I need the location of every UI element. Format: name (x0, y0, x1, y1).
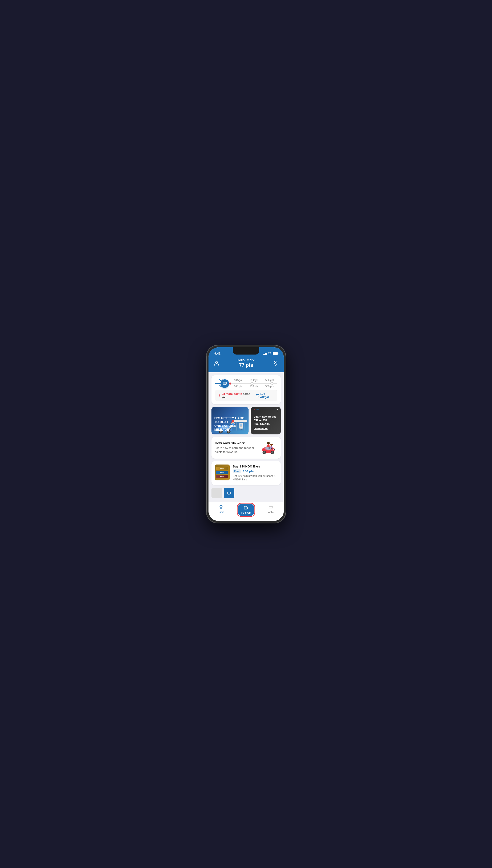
progress-track (215, 383, 277, 384)
svg-rect-52 (272, 448, 272, 449)
wallet-nav-label: Wallet (268, 511, 274, 513)
notch (232, 347, 260, 354)
profile-button[interactable] (213, 359, 220, 367)
status-icons (263, 352, 278, 355)
secondary-banner-title: Learn how to get55¢ or 45¢Fuel Credits (254, 415, 277, 426)
rewards-card-content: How rewards work Learn how to earn and r… (215, 440, 277, 455)
milestone-dot-2 (250, 382, 253, 385)
svg-rect-57 (269, 506, 273, 509)
banner-line1: IT'S PRETTY HARD TO BEAT (215, 416, 246, 424)
header-greeting: Hello, Mark! (220, 358, 272, 362)
home-nav-label: Home (218, 511, 224, 513)
active-milestone-dot (221, 379, 229, 388)
signal-icon (263, 352, 267, 355)
promo-title: Buy 1 KIND® Bars (232, 465, 277, 468)
svg-rect-4 (256, 394, 259, 396)
banner-line2: UNBEATABLE MILEAGE (215, 424, 246, 431)
svg-point-58 (272, 507, 272, 508)
battery-icon (273, 352, 278, 355)
current-pts-dot (229, 382, 231, 385)
promo-content: Buy 1 KIND® Bars Earn 100 pts Get 100 po… (232, 465, 277, 482)
chevron-icon (276, 408, 279, 413)
svg-point-41 (267, 442, 270, 444)
learn-more-link[interactable]: Learn more (254, 427, 277, 430)
svg-rect-50 (271, 446, 272, 448)
points-progress-card: 5¢/gal 10¢/gal 25¢/gal 50¢/gal (212, 375, 281, 404)
earn-more-reward: 10¢ off/gal (256, 392, 274, 399)
status-time: 9:41 (215, 352, 221, 355)
wallet-icon (268, 504, 274, 510)
kind-bars-image: KIND KIND KIND (215, 465, 230, 480)
banner-row: IT'S PRETTY HARD TO BEAT UNBEATABLE MILE… (212, 407, 281, 435)
promo-card-content: KIND KIND KIND Buy 1 KIND® Bars Earn 100… (215, 465, 277, 482)
svg-point-48 (270, 444, 271, 445)
home-icon (218, 504, 224, 510)
rewards-title: How rewards work (215, 441, 258, 445)
banner-main-text: IT'S PRETTY HARD TO BEAT UNBEATABLE MILE… (212, 413, 249, 435)
earn-pts-value: 100 pts (243, 469, 254, 473)
chevron-brand-icon (253, 409, 259, 410)
fuel-up-button[interactable]: Fuel Up (238, 504, 254, 516)
svg-rect-53 (227, 492, 230, 494)
svg-point-38 (271, 451, 273, 453)
rewards-illustration (261, 440, 277, 455)
rewards-text: How rewards work Learn how to earn and r… (215, 441, 258, 454)
rewards-description: Learn how to earn and redeem points for … (215, 446, 258, 454)
svg-point-56 (247, 508, 248, 509)
svg-point-3 (224, 383, 224, 383)
fuel-icon (244, 505, 248, 511)
earn-badge: Earn (232, 469, 241, 473)
app-header: Hello, Mark! 77 pts (208, 357, 284, 372)
secondary-banner-content: Learn how to get55¢ or 45¢Fuel Credits L… (254, 415, 277, 430)
svg-point-36 (263, 451, 265, 453)
svg-rect-54 (220, 507, 222, 509)
partial-scroll-hint (212, 488, 281, 499)
svg-rect-42 (267, 444, 270, 447)
nav-fuel-up[interactable]: Fuel Up (233, 504, 259, 516)
milestone-pts-2: 250 pts (246, 385, 262, 388)
milestone-pts-3: 500 pts (262, 385, 277, 388)
svg-rect-44 (269, 445, 270, 445)
secondary-banner[interactable]: Learn how to get55¢ or 45¢Fuel Credits L… (251, 407, 280, 435)
wifi-icon (268, 352, 271, 355)
nav-wallet[interactable]: Wallet (259, 504, 284, 516)
earn-more-banner: ⬆ 23 more points earns you 10¢ off/gal (215, 390, 277, 401)
header-points: 77 pts (220, 362, 272, 368)
svg-rect-51 (271, 448, 272, 449)
milestone-label-1: 10¢/gal (230, 379, 246, 382)
svg-point-49 (272, 444, 273, 445)
svg-point-40 (274, 449, 275, 450)
svg-point-0 (216, 361, 218, 364)
how-rewards-card[interactable]: How rewards work Learn how to earn and r… (212, 437, 281, 458)
nav-home[interactable]: Home (208, 504, 233, 516)
promo-description: Get 100 points when you purchase 1 KIND®… (232, 474, 277, 482)
main-content: 5¢/gal 10¢/gal 25¢/gal 50¢/gal (208, 372, 284, 502)
fuel-up-label: Fuel Up (241, 511, 251, 514)
milestone-pts-1: 100 pts (230, 385, 246, 388)
milestone-label-3: 50¢/gal (262, 379, 277, 382)
main-banner[interactable]: IT'S PRETTY HARD TO BEAT UNBEATABLE MILE… (212, 407, 249, 435)
earn-badge-row: Earn 100 pts (232, 469, 277, 473)
milestone-dot-3 (270, 382, 273, 385)
milestone-label-2: 25¢/gal (246, 379, 262, 382)
kind-bars-promo-card[interactable]: KIND KIND KIND Buy 1 KIND® Bars Earn 100… (212, 461, 281, 485)
earn-more-pts: 23 more points (222, 392, 242, 395)
svg-rect-45 (268, 447, 268, 449)
earn-more-text: 23 more points earns you (222, 392, 255, 399)
svg-rect-46 (269, 447, 270, 449)
svg-point-1 (275, 362, 276, 363)
bottom-navigation: Home Fuel Up (208, 502, 284, 521)
progress-track-container (215, 383, 277, 384)
svg-rect-43 (267, 445, 267, 445)
location-button[interactable] (272, 359, 279, 367)
header-center: Hello, Mark! 77 pts (220, 358, 272, 368)
